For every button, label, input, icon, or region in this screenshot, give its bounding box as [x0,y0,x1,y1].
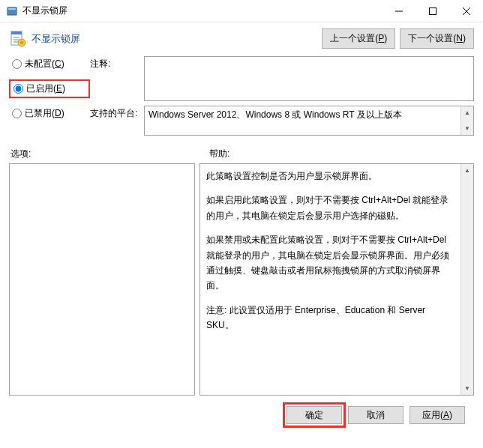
platform-text: Windows Server 2012、Windows 8 或 Windows … [145,106,460,135]
close-button[interactable] [449,0,483,22]
cancel-button[interactable]: 取消 [348,406,404,424]
options-section-label: 选项: [9,148,208,160]
platform-box: Windows Server 2012、Windows 8 或 Windows … [144,106,474,136]
platform-scrollbar[interactable]: ▲ ▼ [460,106,473,135]
scroll-down-icon[interactable]: ▼ [461,382,473,395]
scroll-up-icon[interactable]: ▲ [461,106,473,119]
policy-title-area: 不显示锁屏 [9,30,322,48]
scroll-up-icon[interactable]: ▲ [461,164,473,177]
svg-rect-1 [8,8,16,10]
radio-disabled-input[interactable] [12,109,22,118]
radio-enabled[interactable]: 已启用(E) [9,79,90,98]
help-panel: 此策略设置控制是否为用户显示锁屏界面。 如果启用此策略设置，则对于不需要按 Ct… [200,163,474,396]
radio-enabled-input[interactable] [14,84,23,94]
svg-rect-3 [429,8,436,15]
help-scrollbar[interactable]: ▲ ▼ [460,164,473,395]
policy-icon [9,30,27,48]
radio-disabled-label: 已禁用(D) [25,107,64,120]
help-p4: 注意: 此设置仅适用于 Enterprise、Education 和 Serve… [206,303,454,333]
options-panel [9,163,195,396]
radio-not-configured[interactable]: 未配置(C) [9,56,90,72]
comment-label: 注释: [90,56,144,101]
radio-column: 未配置(C) 已启用(E) 已禁用(D) [9,56,90,140]
ok-button[interactable]: 确定 [286,406,342,424]
radio-enabled-label: 已启用(E) [26,82,65,95]
svg-point-12 [20,41,23,44]
radio-not-configured-input[interactable] [12,59,22,69]
radio-disabled[interactable]: 已禁用(D) [9,106,90,121]
help-p2: 如果启用此策略设置，则对于不需要按 Ctrl+Alt+Del 就能登录的用户，其… [206,193,454,223]
comment-textarea[interactable] [144,56,474,101]
maximize-button[interactable] [416,0,449,22]
scroll-down-icon[interactable]: ▼ [461,122,473,135]
options-content [10,164,194,395]
window-controls [382,0,483,22]
help-p3: 如果禁用或未配置此策略设置，则对于不需要按 Ctrl+Alt+Del 就能登录的… [206,232,454,294]
window-title: 不显示锁屏 [22,4,382,17]
previous-setting-button[interactable]: 上一个设置(P) [322,28,395,49]
header-row: 不显示锁屏 上一个设置(P) 下一个设置(N) [9,28,474,49]
apply-button[interactable]: 应用(A) [410,406,465,424]
titlebar: 不显示锁屏 [0,0,483,22]
policy-title: 不显示锁屏 [32,32,80,46]
help-p1: 此策略设置控制是否为用户显示锁屏界面。 [206,169,454,184]
next-setting-button[interactable]: 下一个设置(N) [400,28,474,49]
platform-label: 支持的平台: [90,106,144,136]
help-content: 此策略设置控制是否为用户显示锁屏界面。 如果启用此策略设置，则对于不需要按 Ct… [200,164,460,395]
minimize-button[interactable] [382,0,416,22]
svg-rect-7 [11,31,22,34]
app-icon [6,5,18,17]
radio-not-configured-label: 未配置(C) [25,58,64,70]
help-section-label: 帮助: [208,148,230,160]
